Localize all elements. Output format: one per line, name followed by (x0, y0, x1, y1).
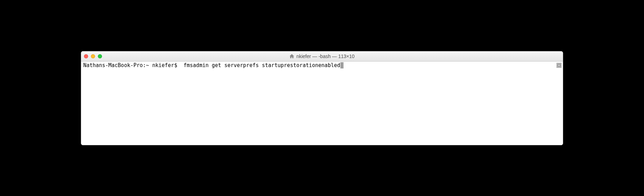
home-icon (289, 54, 294, 59)
zoom-button[interactable] (98, 54, 102, 58)
minimize-button[interactable] (91, 54, 95, 58)
close-button[interactable] (84, 54, 88, 58)
terminal-window: nkiefer — -bash — 113×10 Nathans-MacBook… (81, 51, 563, 145)
terminal-body[interactable]: Nathans-MacBook-Pro:~ nkiefer$ fmsadmin … (81, 62, 563, 145)
traffic-lights (84, 54, 102, 58)
terminal-prompt: Nathans-MacBook-Pro:~ nkiefer$ (83, 62, 184, 69)
window-titlebar[interactable]: nkiefer — -bash — 113×10 (81, 51, 563, 62)
terminal-line: Nathans-MacBook-Pro:~ nkiefer$ fmsadmin … (83, 62, 561, 69)
terminal-command: fmsadmin get serverprefs startuprestorat… (184, 62, 340, 69)
scroll-indicator-icon[interactable] (557, 63, 561, 68)
window-title-wrap: nkiefer — -bash — 113×10 (81, 54, 563, 59)
window-title: nkiefer — -bash — 113×10 (296, 54, 355, 59)
terminal-cursor (340, 62, 344, 68)
